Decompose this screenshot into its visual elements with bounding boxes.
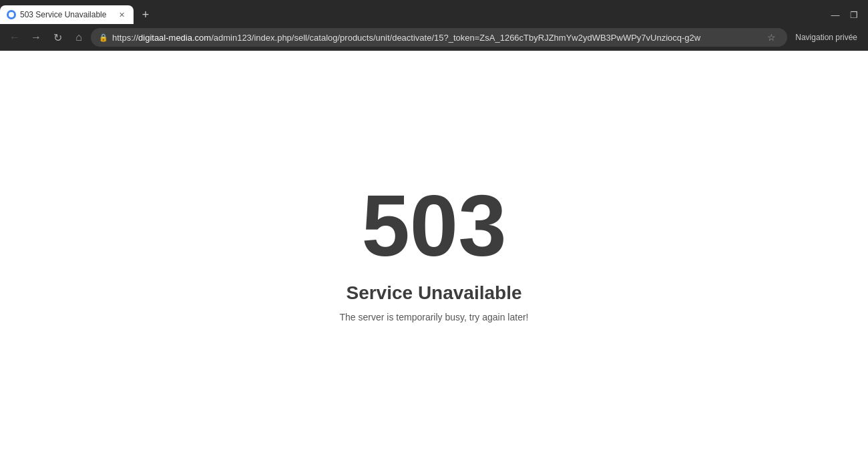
window-controls: — ❐ [827,8,868,24]
new-tab-button[interactable]: + [136,5,155,24]
browser-window: 503 Service Unavailable ✕ + — ❐ ← → ↻ ⌂ … [0,0,868,454]
error-message: The server is temporarily busy, try agai… [340,312,529,322]
tab-favicon-icon [7,10,16,19]
restore-button[interactable]: ❐ [845,8,863,21]
tab-bar: 503 Service Unavailable ✕ + — ❐ [0,0,868,24]
url-path: /admin123/index.php/sell/catalog/product… [211,33,700,43]
back-button[interactable]: ← [5,28,24,47]
reload-button[interactable]: ↻ [48,28,67,47]
url-bar[interactable]: 🔒 https://digitaal-media.com/admin123/in… [91,28,787,47]
home-button[interactable]: ⌂ [69,28,88,47]
url-text: https://digitaal-media.com/admin123/inde… [112,33,759,43]
browser-chrome: 503 Service Unavailable ✕ + — ❐ ← → ↻ ⌂ … [0,0,868,51]
address-bar: ← → ↻ ⌂ 🔒 https://digitaal-media.com/adm… [0,24,868,51]
url-prefix: https:// [112,33,138,43]
forward-button[interactable]: → [27,28,45,47]
error-title: Service Unavailable [346,282,521,304]
lock-icon: 🔒 [99,33,108,42]
url-domain: digitaal-media.com [138,33,211,43]
page-content: 503 Service Unavailable The server is te… [0,51,868,454]
bookmark-star-icon[interactable]: ☆ [763,29,779,45]
error-code: 503 [362,182,507,269]
active-tab[interactable]: 503 Service Unavailable ✕ [0,5,134,24]
tab-close-button[interactable]: ✕ [116,9,127,20]
private-mode-label: Navigation privée [790,33,863,42]
minimize-button[interactable]: — [827,8,844,21]
tab-title: 503 Service Unavailable [20,10,112,19]
